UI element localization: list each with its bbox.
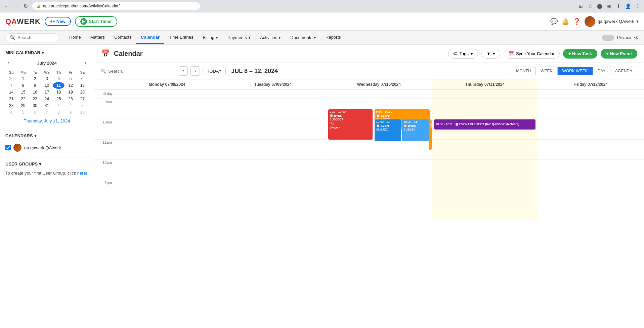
fri-9am[interactable]	[538, 99, 644, 119]
cal-day[interactable]: 29	[17, 102, 29, 109]
new-button[interactable]: + + New	[45, 17, 71, 26]
mini-cal-prev[interactable]: ‹	[5, 59, 11, 67]
mini-cal-next[interactable]: ›	[83, 59, 88, 67]
cal-day[interactable]: 17	[41, 89, 53, 96]
mon-9am[interactable]	[114, 99, 220, 119]
day-view-button[interactable]: DAY	[593, 67, 611, 75]
tue-2pm[interactable]	[220, 200, 326, 220]
cal-day[interactable]: 8	[53, 109, 65, 116]
mini-calendar-header[interactable]: MINI CALENDAR ▾	[5, 50, 88, 55]
cal-next-button[interactable]: ›	[190, 66, 200, 76]
translate-icon[interactable]: ⊞	[577, 2, 585, 10]
calendars-header[interactable]: CALENDARS ▾	[5, 133, 88, 138]
nav-contacts[interactable]: Contacts	[110, 31, 136, 44]
cal-day[interactable]: 9	[29, 82, 41, 89]
calendar-search-input[interactable]	[108, 69, 169, 74]
nav-calendar[interactable]: Calendar	[136, 31, 164, 44]
event-wed-red[interactable]: 9:30 - 11:00 📋 EVEN SUBJECT (Re: QAwerk	[328, 109, 373, 140]
fri-10am[interactable]	[538, 119, 644, 140]
cal-day[interactable]: 3	[77, 102, 88, 109]
cal-day[interactable]: 4	[53, 75, 65, 82]
mon-2pm[interactable]	[114, 200, 220, 220]
tue-1pm[interactable]	[220, 180, 326, 200]
help-icon-button[interactable]: ❓	[573, 18, 581, 25]
nav-billing[interactable]: Billing ▾	[198, 31, 223, 44]
wed-1pm[interactable]	[326, 180, 432, 200]
nav-payments[interactable]: Payments ▾	[223, 31, 255, 44]
bookmark-icon[interactable]: ☆	[586, 2, 594, 10]
cal-day-today[interactable]: 11	[53, 82, 65, 89]
tue-9am[interactable]	[220, 99, 326, 119]
cal-day[interactable]: 12	[65, 82, 76, 89]
mon-10am[interactable]	[114, 119, 220, 140]
search-box[interactable]: 🔍	[5, 33, 59, 42]
cal-day[interactable]: 7	[41, 109, 53, 116]
tags-button[interactable]: 🏷 Tags ▾	[448, 49, 478, 59]
allday-wed[interactable]	[326, 90, 432, 99]
wed-2pm[interactable]	[326, 200, 432, 220]
forward-button[interactable]: →	[12, 2, 20, 10]
cal-day[interactable]: 16	[29, 89, 41, 96]
cal-day[interactable]: 8	[17, 82, 29, 89]
allday-fri[interactable]	[538, 90, 644, 99]
cal-day[interactable]: 22	[17, 96, 29, 102]
event-thu-purple[interactable]: 10:00 - 10:30 📋 EVENT SUBJECT (Re: QAwer…	[434, 119, 535, 130]
cal-day[interactable]: 23	[29, 96, 41, 102]
thu-1pm[interactable]	[432, 180, 538, 200]
cal-day[interactable]: 9	[65, 109, 76, 116]
user-profile-icon[interactable]: 👤	[624, 2, 632, 10]
work-week-view-button[interactable]: WORK WEEK	[558, 67, 593, 75]
start-timer-button[interactable]: ▶ Start Timer	[75, 16, 117, 27]
event-wed-blue-1[interactable]: 10:00 - 11 📋 EVEN SUBJEC	[375, 119, 401, 141]
nav-time-entries[interactable]: Time Entries	[164, 31, 198, 44]
cal-day[interactable]: 7	[5, 82, 17, 89]
event-wed-blue-2[interactable]: 10:00 - 11 📋 EVEN SUBJEC	[402, 119, 429, 141]
month-view-button[interactable]: MONTH	[511, 67, 536, 75]
thu-2pm[interactable]	[432, 200, 538, 220]
cal-day[interactable]: 18	[53, 89, 65, 96]
cal-day[interactable]: 2	[29, 75, 41, 82]
cal-day[interactable]: 6	[29, 109, 41, 116]
tuesday-column[interactable]	[220, 99, 326, 220]
sync-calendar-button[interactable]: 📅 Sync Your Calendar	[504, 49, 560, 59]
user-groups-header[interactable]: USER GROUPS ▾	[5, 161, 88, 167]
nav-reports[interactable]: Reports	[321, 31, 346, 44]
app-logo[interactable]: QAWERK	[5, 17, 41, 26]
bell-icon-button[interactable]: 🔔	[562, 18, 569, 25]
extension-icon[interactable]: ⬤	[596, 2, 604, 10]
cal-day[interactable]: 2	[65, 102, 76, 109]
cal-day[interactable]: 19	[65, 89, 76, 96]
cal-day[interactable]: 1	[53, 102, 65, 109]
privacy-switch[interactable]	[602, 35, 614, 41]
user-groups-link[interactable]: here!	[77, 171, 87, 176]
thu-11am[interactable]	[432, 140, 538, 160]
mon-11am[interactable]	[114, 140, 220, 160]
download-icon[interactable]: ⬇	[614, 2, 622, 10]
cal-day[interactable]: 27	[77, 96, 88, 102]
profile-icon[interactable]: ◉	[605, 2, 613, 10]
filter-button[interactable]: ▼ ▾	[481, 49, 500, 59]
menu-icon[interactable]: ⋮	[633, 2, 641, 10]
tue-11am[interactable]	[220, 140, 326, 160]
cal-day[interactable]: 14	[5, 89, 17, 96]
friday-column[interactable]	[538, 99, 644, 220]
cal-day[interactable]: 24	[41, 96, 53, 102]
back-button[interactable]: ←	[3, 2, 11, 10]
thu-12pm[interactable]	[432, 160, 538, 180]
mon-12pm[interactable]	[114, 160, 220, 180]
cal-day[interactable]: 10	[77, 109, 88, 116]
cal-day[interactable]: 4	[5, 109, 17, 116]
cal-day[interactable]: 30	[5, 75, 17, 82]
nav-home[interactable]: Home	[65, 31, 86, 44]
nav-activities[interactable]: Activities ▾	[255, 31, 286, 44]
address-bar[interactable]: 🔒 app.practicepanther.com/Activity/Calen…	[32, 2, 200, 10]
cal-day[interactable]: 15	[17, 89, 29, 96]
allday-tue[interactable]	[220, 90, 326, 99]
user-menu[interactable]: qa.qawerk QAwerk ▾	[585, 16, 639, 27]
agenda-view-button[interactable]: AGENDA	[610, 67, 637, 75]
reload-button[interactable]: ↻	[22, 2, 30, 10]
cal-prev-button[interactable]: ‹	[179, 66, 188, 76]
cal-day[interactable]: 30	[29, 102, 41, 109]
tue-10am[interactable]	[220, 119, 326, 140]
fri-12pm[interactable]	[538, 160, 644, 180]
